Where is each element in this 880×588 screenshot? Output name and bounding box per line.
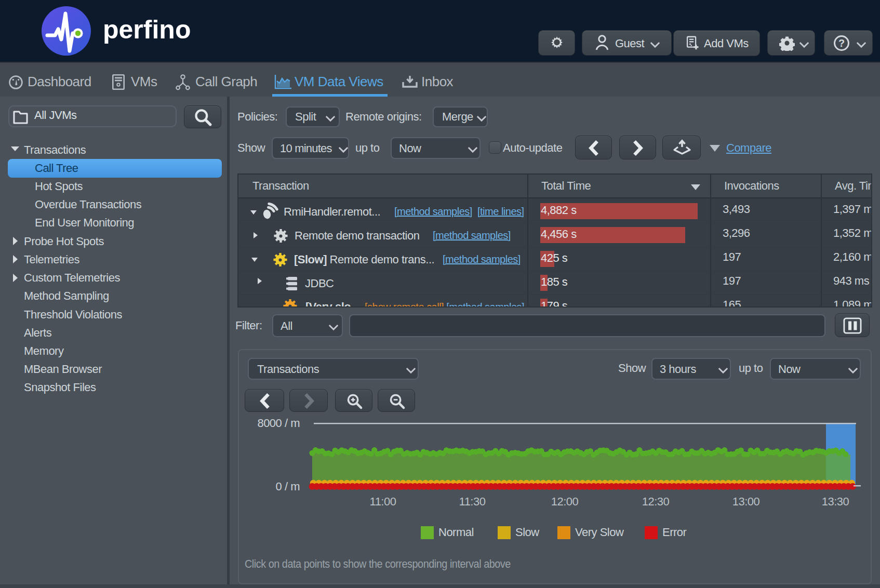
svg-text:?: ?	[838, 37, 845, 49]
